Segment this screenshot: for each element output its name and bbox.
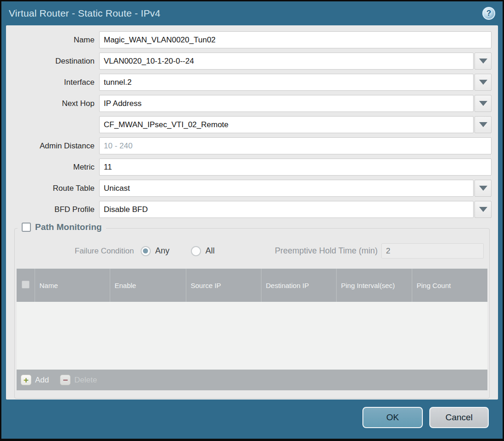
destination-dropdown-button[interactable] bbox=[474, 53, 492, 70]
add-button-label: Add bbox=[35, 376, 49, 385]
chevron-down-icon bbox=[479, 207, 487, 212]
bfd-profile-input[interactable] bbox=[99, 201, 474, 218]
preemptive-hold-group: Preemptive Hold Time (min) bbox=[275, 243, 484, 259]
radio-any-label: Any bbox=[155, 246, 170, 256]
col-header-source-ip: Source IP bbox=[186, 269, 261, 302]
chevron-down-icon bbox=[479, 101, 487, 106]
metric-label: Metric bbox=[6, 163, 99, 172]
form-row-bfd-profile: BFD Profile bbox=[6, 201, 492, 218]
route-table-dropdown-button[interactable] bbox=[474, 180, 492, 197]
select-all-header-cell bbox=[17, 269, 35, 302]
ok-button[interactable]: OK bbox=[362, 407, 423, 428]
route-table-input[interactable] bbox=[99, 180, 474, 197]
interface-dropdown-button[interactable] bbox=[474, 74, 492, 91]
path-monitoring-table: Name Enable Source IP Destination IP Pin… bbox=[17, 269, 487, 390]
destination-input[interactable] bbox=[99, 53, 474, 70]
admin-distance-label: Admin Distance bbox=[6, 141, 99, 151]
dialog-titlebar: Virtual Router - Static Route - IPv4 ? bbox=[1, 1, 503, 25]
radio-all-label: All bbox=[206, 246, 215, 256]
form-row-route-table: Route Table bbox=[6, 180, 492, 197]
next-hop-address-input[interactable] bbox=[99, 116, 474, 133]
next-hop-type-dropdown-button[interactable] bbox=[474, 95, 492, 112]
col-header-enable: Enable bbox=[110, 269, 186, 302]
interface-input[interactable] bbox=[99, 74, 474, 91]
plus-icon: + bbox=[21, 375, 31, 385]
path-monitoring-legend: Path Monitoring bbox=[18, 222, 106, 232]
bfd-profile-label: BFD Profile bbox=[6, 205, 99, 214]
table-toolbar: + Add − Delete bbox=[17, 370, 487, 390]
next-hop-label: Next Hop bbox=[6, 99, 99, 108]
delete-button-label: Delete bbox=[74, 376, 97, 385]
select-all-checkbox[interactable] bbox=[22, 281, 30, 288]
chevron-down-icon bbox=[479, 186, 487, 191]
delete-button[interactable]: − Delete bbox=[60, 375, 97, 385]
dialog-footer: OK Cancel bbox=[1, 400, 503, 439]
metric-input[interactable] bbox=[99, 159, 492, 176]
next-hop-type-input[interactable] bbox=[99, 95, 474, 112]
form-row-next-hop-value bbox=[6, 116, 492, 133]
radio-all[interactable] bbox=[191, 246, 201, 256]
screen: Virtual Router - Static Route - IPv4 ? N… bbox=[0, 0, 504, 441]
col-header-destination-ip: Destination IP bbox=[261, 269, 336, 302]
route-table-label: Route Table bbox=[6, 184, 99, 193]
dialog-content-panel: Name Destination Interface bbox=[6, 25, 498, 400]
add-button[interactable]: + Add bbox=[21, 375, 49, 385]
path-monitoring-checkbox[interactable] bbox=[22, 223, 31, 232]
preemptive-hold-label: Preemptive Hold Time (min) bbox=[275, 246, 378, 256]
chevron-down-icon bbox=[479, 122, 487, 127]
form-row-admin-distance: Admin Distance bbox=[6, 137, 492, 154]
form-row-metric: Metric bbox=[6, 159, 492, 176]
bfd-profile-dropdown-button[interactable] bbox=[474, 201, 492, 218]
form-row-destination: Destination bbox=[6, 53, 492, 70]
admin-distance-input[interactable] bbox=[99, 137, 492, 154]
next-hop-address-dropdown-button[interactable] bbox=[474, 116, 492, 133]
failure-condition-label: Failure Condition bbox=[75, 247, 134, 256]
failure-condition-row: Failure Condition Any All Preemptive Hol… bbox=[15, 243, 489, 259]
radio-any[interactable] bbox=[141, 246, 151, 256]
path-monitoring-label: Path Monitoring bbox=[35, 222, 102, 232]
interface-label: Interface bbox=[6, 78, 99, 87]
col-header-ping-count: Ping Count bbox=[412, 269, 487, 302]
chevron-down-icon bbox=[479, 59, 487, 64]
col-header-name: Name bbox=[35, 269, 110, 302]
cancel-button[interactable]: Cancel bbox=[429, 407, 489, 428]
form-row-interface: Interface bbox=[6, 74, 492, 91]
chevron-down-icon bbox=[479, 80, 487, 85]
minus-icon: − bbox=[60, 375, 71, 385]
name-input[interactable] bbox=[99, 31, 492, 48]
destination-label: Destination bbox=[6, 57, 99, 66]
help-icon[interactable]: ? bbox=[482, 7, 495, 20]
form-row-name: Name bbox=[6, 31, 492, 48]
col-header-ping-interval: Ping Interval(sec) bbox=[336, 269, 412, 302]
name-label: Name bbox=[6, 35, 99, 45]
form-row-next-hop: Next Hop bbox=[6, 95, 492, 112]
dialog-title: Virtual Router - Static Route - IPv4 bbox=[9, 8, 160, 19]
path-monitoring-section: Path Monitoring Failure Condition Any Al… bbox=[14, 228, 490, 399]
preemptive-hold-input[interactable] bbox=[381, 243, 484, 259]
table-body-empty bbox=[17, 302, 487, 370]
static-route-dialog: Virtual Router - Static Route - IPv4 ? N… bbox=[1, 1, 503, 439]
